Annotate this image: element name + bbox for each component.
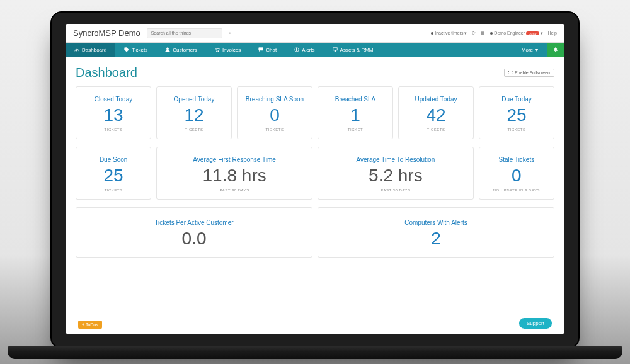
card-subtitle: PAST 30 DAYS [220, 188, 249, 192]
fullscreen-label: Enable Fullscreen [515, 71, 550, 75]
svg-rect-8 [335, 51, 336, 52]
nav-invoices[interactable]: Invoices [206, 43, 249, 57]
user-icon [165, 47, 170, 52]
card-title: Computers With Alerts [404, 219, 467, 226]
monitor-icon [333, 47, 338, 52]
svg-rect-7 [333, 48, 336, 50]
card-title: Due Soon [100, 156, 127, 163]
card-subtitle: TICKETS [508, 128, 526, 132]
nav-label: Customers [173, 47, 197, 53]
nav-customers[interactable]: Customers [156, 43, 206, 57]
card-value: 13 [103, 106, 123, 124]
card-value: 1 [350, 106, 360, 124]
svg-point-9 [555, 51, 556, 52]
stat-card[interactable]: Breaching SLA Soon0TICKETS [237, 86, 312, 139]
stat-card[interactable]: Due Soon25TICKETS [76, 147, 151, 200]
card-value: 25 [104, 167, 123, 185]
nav-alerts[interactable]: Alerts [285, 43, 323, 57]
svg-point-3 [218, 51, 219, 52]
dashboard-cards: Closed Today13TICKETSOpened Today12TICKE… [76, 86, 554, 258]
refresh-icon[interactable]: ⟳ [472, 31, 476, 36]
card-value: 12 [184, 106, 203, 124]
cart-icon [215, 47, 220, 52]
nav-label: More [522, 47, 533, 53]
topbar: SyncroMSP Demo × Inactive timers ▾ ⟳ ▦ D… [66, 24, 564, 43]
page-header: Dashboard ⛶ Enable Fullscreen [76, 65, 554, 80]
card-subtitle: TICKETS [427, 128, 445, 132]
card-subtitle: NO UPDATE IN 3 DAYS [493, 188, 540, 192]
nav-tickets[interactable]: Tickets [115, 43, 156, 57]
bell-icon [553, 47, 558, 52]
svg-rect-6 [297, 50, 297, 51]
card-subtitle: TICKETS [105, 188, 123, 192]
card-subtitle: TICKETS [266, 128, 284, 132]
tag-icon [124, 47, 129, 52]
nav-label: Chat [266, 47, 277, 53]
nav-dashboard[interactable]: Dashboard [66, 43, 115, 57]
app-screen: SyncroMSP Demo × Inactive timers ▾ ⟳ ▦ D… [66, 24, 564, 334]
stat-card[interactable]: Breached SLA1TICKET [318, 86, 393, 139]
svg-rect-5 [297, 48, 297, 50]
grid-icon[interactable]: ▦ [481, 31, 485, 36]
card-subtitle: TICKETS [105, 128, 123, 132]
card-title: Breached SLA [335, 96, 376, 103]
nav-notifications[interactable] [547, 43, 564, 57]
svg-point-0 [76, 50, 77, 51]
chevron-down-icon: ▾ [536, 47, 538, 53]
stat-card[interactable]: Computers With Alerts2 [318, 207, 554, 258]
card-title: Average First Response Time [193, 156, 276, 163]
stat-card[interactable]: Stale Tickets0NO UPDATE IN 3 DAYS [479, 147, 554, 200]
card-title: Closed Today [94, 96, 132, 103]
stat-card[interactable]: Opened Today12TICKETS [156, 86, 232, 139]
cards-row-3: Tickets Per Active Customer0.0Computers … [76, 207, 554, 258]
nav-assets[interactable]: Assets & RMM [324, 43, 382, 57]
card-value: 0 [270, 106, 280, 124]
card-value: 42 [426, 106, 445, 124]
enable-fullscreen-button[interactable]: ⛶ Enable Fullscreen [504, 69, 554, 77]
expand-icon: ⛶ [508, 71, 513, 75]
stat-card[interactable]: Due Today25TICKETS [479, 86, 554, 139]
user-menu[interactable]: Demo Engineer busy ▾ [490, 31, 542, 36]
alert-icon [294, 47, 299, 52]
chat-icon [258, 47, 263, 52]
cards-row-1: Closed Today13TICKETSOpened Today12TICKE… [76, 86, 554, 139]
stat-card[interactable]: Average Time To Resolution5.2 hrsPAST 30… [318, 147, 474, 200]
search-input[interactable] [147, 28, 222, 38]
search-close-icon[interactable]: × [229, 30, 232, 36]
main-nav: Dashboard Tickets Customers Invoices Cha… [66, 43, 564, 57]
stat-card[interactable]: Tickets Per Active Customer0.0 [76, 207, 312, 258]
card-value: 2 [431, 230, 441, 247]
card-title: Breaching SLA Soon [246, 96, 304, 103]
card-value: 0.0 [182, 230, 207, 247]
card-title: Average Time To Resolution [357, 156, 435, 163]
todos-button[interactable]: + ToDos [78, 321, 102, 329]
nav-label: Alerts [302, 47, 314, 53]
nav-label: Assets & RMM [340, 47, 374, 53]
nav-chat[interactable]: Chat [249, 43, 285, 57]
card-subtitle: PAST 30 DAYS [381, 188, 410, 192]
stat-card[interactable]: Average First Response Time11.8 hrsPAST … [156, 147, 312, 200]
card-title: Stale Tickets [499, 156, 535, 163]
nav-label: Tickets [132, 47, 147, 53]
stat-card[interactable]: Closed Today13TICKETS [76, 86, 151, 139]
help-link[interactable]: Help [548, 31, 557, 35]
card-value: 0 [512, 167, 522, 185]
card-value: 25 [507, 106, 526, 124]
card-title: Tickets Per Active Customer [154, 219, 233, 226]
stat-card[interactable]: Updated Today42TICKETS [398, 86, 474, 139]
card-title: Due Today [501, 96, 532, 103]
brand-title: SyncroMSP Demo [73, 28, 140, 38]
cards-row-2: Due Soon25TICKETSAverage First Response … [76, 147, 554, 200]
card-subtitle: TICKET [348, 128, 363, 132]
svg-point-1 [167, 48, 169, 50]
nav-more[interactable]: More ▾ [513, 43, 547, 57]
page-body: Dashboard ⛶ Enable Fullscreen Closed Tod… [66, 57, 564, 334]
card-value: 5.2 hrs [369, 167, 423, 185]
topbar-right: Inactive timers ▾ ⟳ ▦ Demo Engineer busy… [431, 31, 557, 36]
gauge-icon [74, 47, 79, 52]
card-subtitle: TICKETS [185, 128, 203, 132]
card-value: 11.8 hrs [203, 167, 266, 185]
support-button[interactable]: Support [519, 318, 552, 329]
timers-menu[interactable]: Inactive timers ▾ [431, 31, 467, 36]
card-title: Updated Today [415, 96, 457, 103]
